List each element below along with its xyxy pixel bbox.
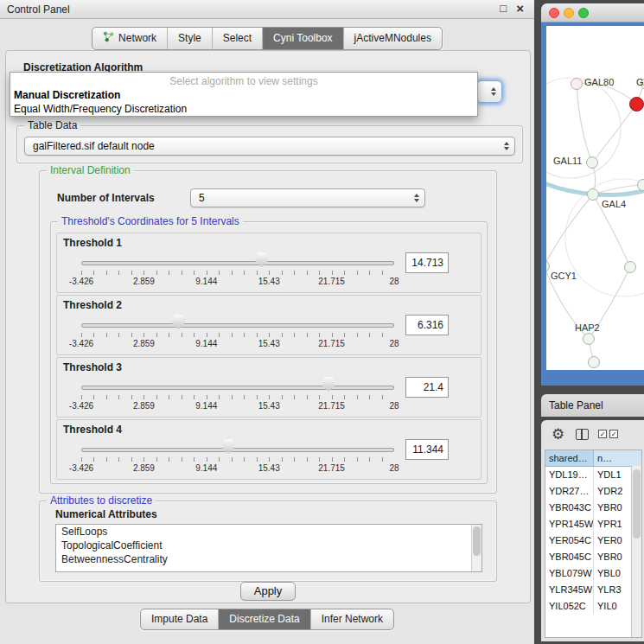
tick-label: 28 — [389, 277, 399, 286]
attributes-group: Attributes to discretize Numerical Attri… — [39, 501, 497, 582]
slider-track — [81, 323, 394, 328]
algorithm-option-equal-width[interactable]: Equal Width/Frequency Discretization — [10, 102, 477, 116]
tick-label: 21.715 — [318, 401, 345, 411]
interval-definition-group: Interval Definition Number of Intervals … — [39, 170, 497, 494]
table-toolbar: ⚙ ✓ ✓ — [541, 420, 644, 450]
gear-icon[interactable]: ⚙ — [552, 425, 564, 443]
tick-label: -3.426 — [69, 277, 93, 286]
network-node[interactable] — [571, 78, 583, 90]
threshold-2-label: Threshold 2 — [63, 299, 122, 311]
tab-jactivemnodules[interactable]: jActiveMNodules — [344, 28, 442, 49]
numerical-attributes-label: Numerical Attributes — [55, 508, 157, 520]
threshold-1-value-field[interactable]: 14.713 — [405, 252, 449, 273]
threshold-2-slider[interactable]: -3.426 2.859 9.144 15.43 21.715 28 — [81, 313, 394, 353]
table-row[interactable]: YBR045CYBR0 — [545, 549, 641, 565]
tab-discretize-data[interactable]: Discretize Data — [219, 609, 310, 629]
mac-close-button[interactable] — [549, 8, 559, 18]
table-data-selected-value: galFiltered.sif default node — [33, 140, 155, 152]
threshold-2-value-field[interactable]: 6.316 — [405, 315, 449, 335]
apply-button[interactable]: Apply — [240, 582, 296, 601]
close-icon[interactable]: × — [516, 1, 524, 16]
tab-style-label: Style — [178, 32, 201, 44]
node-label: GCY1 — [551, 271, 577, 281]
tab-infer-network[interactable]: Infer Network — [311, 609, 393, 629]
slider-ticks — [81, 333, 394, 337]
slider-track — [81, 261, 394, 265]
table-row[interactable]: YDR27…YDR2 — [545, 483, 641, 500]
table-data-combobox[interactable]: galFiltered.sif default node — [24, 137, 515, 156]
tick-label: 9.144 — [195, 277, 217, 286]
scrollbar-thumb[interactable] — [633, 469, 641, 539]
tab-cyni-toolbox[interactable]: Cyni Toolbox — [263, 28, 343, 49]
tab-network[interactable]: Network — [92, 28, 168, 49]
network-node[interactable] — [588, 356, 600, 368]
tab-discretize-data-label: Discretize Data — [229, 613, 299, 625]
thresholds-group: Threshold's Coordinates for 5 Intervals … — [50, 221, 488, 484]
checkbox-icon[interactable]: ✓ — [609, 430, 618, 438]
algorithm-option-manual-discretization[interactable]: Manual Discretization — [10, 88, 477, 102]
tab-style[interactable]: Style — [168, 28, 213, 49]
threshold-2-row: Threshold 2 -3.426 2.859 9.144 15.43 21.… — [56, 295, 481, 355]
node-label: GAL80 — [584, 77, 614, 87]
columns-icon[interactable] — [576, 429, 589, 440]
threshold-1-slider[interactable]: -3.426 2.859 9.144 15.43 21.715 28 — [81, 251, 394, 290]
table-row[interactable]: YDL19…YDL1 — [545, 467, 641, 483]
numerical-attributes-list[interactable]: SelfLoops TopologicalCoefficient Between… — [55, 524, 482, 572]
network-node[interactable] — [586, 156, 598, 169]
threshold-3-value-field[interactable]: 21.4 — [405, 377, 449, 398]
node-label: GAL11 — [553, 156, 582, 166]
network-node[interactable] — [587, 188, 599, 201]
right-panels: GAL80 GA GAL11 GAL4 GCY1 HAP2 Table Pane… — [534, 0, 644, 644]
control-panel-window: Control Panel □ × Network Style Select C… — [0, 0, 534, 644]
number-of-intervals-combobox[interactable]: 5 — [190, 188, 425, 207]
threshold-3-label: Threshold 3 — [63, 361, 122, 373]
tick-label: 15.43 — [258, 277, 280, 286]
network-node[interactable] — [624, 261, 636, 273]
tick-label: 2.859 — [133, 277, 155, 286]
tick-label: 9.144 — [195, 401, 217, 411]
mac-minimize-button[interactable] — [564, 8, 574, 18]
tick-label: 15.43 — [258, 463, 280, 473]
list-item[interactable]: SelfLoops — [56, 525, 481, 539]
network-node[interactable] — [583, 333, 595, 345]
network-canvas[interactable]: GAL80 GA GAL11 GAL4 GCY1 HAP2 — [546, 26, 644, 370]
table-header-row: shared… n… — [545, 450, 641, 467]
float-window-icon[interactable]: □ — [500, 2, 507, 15]
mac-zoom-button[interactable] — [578, 8, 589, 18]
tick-label: 2.859 — [133, 339, 155, 348]
threshold-4-value-field[interactable]: 11.344 — [405, 439, 449, 460]
table-row[interactable]: YBL079WYBL0 — [545, 565, 641, 582]
list-scrollbar[interactable] — [471, 525, 481, 571]
network-window-titlebar — [541, 3, 644, 22]
table-row[interactable]: YER054CYER0 — [545, 532, 641, 549]
column-header-shared-name[interactable]: shared… — [545, 450, 594, 466]
algorithm-combobox[interactable] — [476, 80, 502, 103]
tick-label: 15.43 — [258, 401, 280, 411]
threshold-4-slider[interactable]: -3.426 2.859 9.144 15.43 21.715 28 — [81, 437, 394, 477]
algorithm-placeholder-option[interactable]: Select algorithm to view settings — [10, 74, 477, 88]
tab-jactivemnodules-label: jActiveMNodules — [354, 32, 431, 44]
table-row[interactable]: YPR145WYPR1 — [545, 516, 641, 532]
table-row[interactable]: YBR043CYBR0 — [545, 500, 641, 516]
table-row[interactable]: YLR345WYLR3 — [545, 582, 641, 598]
scrollbar-thumb[interactable] — [473, 526, 481, 556]
list-item[interactable]: TopologicalCoefficient — [56, 539, 481, 552]
network-node[interactable] — [637, 179, 644, 191]
table-panel-header: Table Panel — [541, 394, 644, 417]
tick-label: 21.715 — [318, 277, 345, 286]
tick-label: -3.426 — [69, 339, 93, 348]
column-header-name[interactable]: n… — [594, 450, 641, 466]
number-of-intervals-value: 5 — [199, 192, 205, 204]
tab-select-label: Select — [223, 32, 252, 44]
threshold-3-slider[interactable]: -3.426 2.859 9.144 15.43 21.715 28 — [81, 375, 394, 415]
table-row[interactable]: YIL052CYIL0 — [545, 598, 641, 615]
list-item[interactable]: BetweennessCentrality — [56, 552, 481, 566]
threshold-4-row: Threshold 4 -3.426 2.859 9.144 15.43 21.… — [56, 419, 481, 480]
checkbox-icon[interactable]: ✓ — [598, 430, 607, 438]
table-scrollbar[interactable] — [631, 466, 641, 637]
tick-label: 15.43 — [258, 339, 280, 348]
tab-select[interactable]: Select — [213, 28, 263, 49]
thresholds-group-label: Threshold's Coordinates for 5 Intervals — [58, 215, 243, 227]
tab-impute-data[interactable]: Impute Data — [141, 609, 219, 629]
network-node-selected[interactable] — [629, 97, 644, 112]
